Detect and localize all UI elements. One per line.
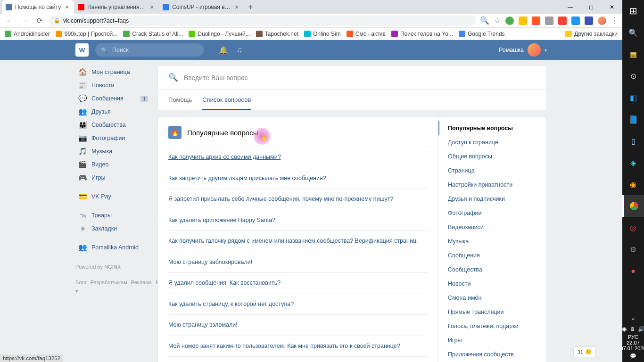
- star-icon[interactable]: ☆: [494, 16, 501, 25]
- task-app-1[interactable]: ▦: [622, 43, 644, 65]
- extension-icon[interactable]: [519, 16, 527, 25]
- music-icon[interactable]: ♫: [237, 46, 242, 55]
- menu-icon[interactable]: ⋮: [611, 16, 619, 25]
- bookmark-item[interactable]: Duolingo - Лучший...: [189, 31, 250, 37]
- sidebar-nav-item[interactable]: 👨‍👩‍👦Сообщества: [75, 118, 151, 132]
- category-item[interactable]: Друзья и подписчики: [438, 192, 546, 206]
- sidebar-nav-item[interactable]: 👥Pomallika Android: [75, 241, 151, 254]
- sidebar-nav-item[interactable]: 📷Фотографии: [75, 132, 151, 145]
- footer-link[interactable]: Реклама: [131, 280, 152, 285]
- tab-questions-list[interactable]: Список вопросов: [202, 90, 251, 110]
- category-item[interactable]: Игры: [438, 333, 546, 347]
- category-item[interactable]: Новости: [438, 277, 546, 291]
- question-link[interactable]: Как удалить приложение Happy Santa?: [168, 210, 428, 231]
- sidebar-nav-item[interactable]: 👥Друзья: [75, 105, 151, 118]
- category-item[interactable]: Музыка: [438, 234, 546, 248]
- category-item[interactable]: Общие вопросы: [438, 149, 546, 164]
- task-app-6[interactable]: ◈: [622, 152, 644, 173]
- extension-icon[interactable]: [571, 16, 580, 25]
- task-app-4[interactable]: 📘: [622, 108, 644, 130]
- close-button[interactable]: ✕: [602, 0, 622, 14]
- category-item[interactable]: Прямые трансляции: [438, 305, 546, 319]
- search-icon[interactable]: 🔍: [622, 22, 644, 43]
- vk-logo-icon[interactable]: w: [75, 43, 89, 57]
- browser-tab[interactable]: Панель управления каналом - ×: [74, 0, 159, 14]
- category-item[interactable]: Приложения сообществ: [438, 347, 546, 362]
- task-photoshop-icon[interactable]: ◧: [622, 87, 644, 108]
- task-chrome-icon[interactable]: [622, 195, 644, 217]
- new-tab-button[interactable]: +: [244, 0, 257, 14]
- reload-button[interactable]: ⟳: [34, 15, 45, 26]
- question-link[interactable]: Мою страницу взломали!: [168, 314, 428, 336]
- category-item[interactable]: Видеозаписи: [438, 220, 546, 234]
- bookmark-item[interactable]: Crack Status of All...: [123, 31, 183, 37]
- sidebar-nav-item[interactable]: 🛍Товары: [75, 209, 151, 222]
- tab-close-icon[interactable]: ×: [64, 4, 70, 10]
- sidebar-nav-item[interactable]: 💳VK Pay: [75, 190, 151, 203]
- system-date[interactable]: 07.01.2020: [620, 346, 644, 351]
- minimize-button[interactable]: —: [560, 0, 581, 14]
- tab-help[interactable]: Помощь: [168, 90, 192, 110]
- question-link[interactable]: Мой номер занят каким-то пользователем. …: [168, 336, 428, 357]
- question-link[interactable]: Как удалить страницу, к которой нет дост…: [168, 294, 428, 315]
- task-app-11[interactable]: ●: [622, 260, 644, 282]
- extension-icon[interactable]: [558, 16, 567, 25]
- question-link[interactable]: Я удалил сообщения. Как восстановить?: [168, 272, 428, 294]
- bookmark-item[interactable]: Tapochek.net: [256, 31, 298, 37]
- sidebar-nav-item[interactable]: 🎵Музыка: [75, 145, 151, 158]
- footer-link[interactable]: Разработчикам: [91, 280, 127, 285]
- bookmark-item[interactable]: Google Trends: [459, 31, 505, 37]
- question-link[interactable]: Как запретить другим людям присылать мне…: [168, 168, 428, 189]
- extension-icon[interactable]: [545, 16, 553, 25]
- system-language[interactable]: РУС: [628, 334, 638, 340]
- user-menu[interactable]: Ромашка ▾: [499, 43, 547, 57]
- category-item[interactable]: Доступ к странице: [438, 135, 546, 149]
- sidebar-nav-item[interactable]: 🎮Игры: [75, 171, 151, 184]
- question-link[interactable]: Что делать, если я забыл пароль?: [168, 356, 428, 362]
- bookmark-item[interactable]: Смс - актив: [347, 31, 386, 37]
- category-item[interactable]: Фотографии: [438, 206, 546, 220]
- bookmark-item[interactable]: Androidinsider: [5, 31, 50, 37]
- bookmark-item[interactable]: Поиск телов на Yo...: [391, 31, 453, 37]
- category-item[interactable]: Смена имён: [438, 291, 546, 305]
- question-link[interactable]: Как получить архив со своими данными?: [168, 147, 428, 168]
- task-app-9[interactable]: ◎: [622, 217, 644, 239]
- category-item[interactable]: Страница: [438, 164, 546, 178]
- category-item[interactable]: Настройки приватности: [438, 178, 546, 192]
- browser-tab[interactable]: CoinsUP - игровая валюта, пре ×: [159, 0, 244, 14]
- profile-avatar-icon[interactable]: [598, 16, 606, 25]
- tab-close-icon[interactable]: ×: [233, 4, 240, 10]
- category-item[interactable]: Сообщества: [438, 263, 546, 277]
- task-app-7[interactable]: ◉: [622, 173, 644, 195]
- url-input[interactable]: 🔒 vk.com/support?act=faqs: [49, 16, 476, 26]
- question-link[interactable]: Как получить галочку рядом с именем или …: [168, 230, 428, 252]
- other-bookmarks-button[interactable]: Другие закладки: [565, 31, 618, 37]
- task-app-5[interactable]: ▯: [622, 130, 644, 152]
- notifications-bell-icon[interactable]: 🔔: [219, 46, 228, 55]
- bookmark-item[interactable]: 990x.top | Простой...: [56, 31, 118, 37]
- notifications-icon[interactable]: 💬: [630, 353, 636, 359]
- system-time[interactable]: 22:07: [627, 340, 640, 346]
- sidebar-nav-item[interactable]: 🏠Моя страница: [75, 66, 151, 79]
- extension-icon[interactable]: [532, 16, 540, 25]
- question-link[interactable]: Мою страницу заблокировали!: [168, 252, 428, 273]
- maximize-button[interactable]: ◻: [581, 0, 602, 14]
- system-tray[interactable]: ⌃ ◉🖥🔊 РУС 22:07 07.01.2020 💬: [620, 317, 644, 362]
- footer-link[interactable]: Блог: [75, 280, 87, 285]
- vk-search-input[interactable]: 🔍 Поиск: [95, 43, 204, 57]
- category-item[interactable]: Голоса, платежи, подарки: [438, 319, 546, 333]
- category-item[interactable]: Сообщения: [438, 248, 546, 263]
- extension-icon[interactable]: [585, 16, 593, 25]
- sidebar-nav-item[interactable]: 🎬Видео: [75, 158, 151, 171]
- sidebar-nav-item[interactable]: ★Закладки: [75, 222, 151, 235]
- sidebar-nav-item[interactable]: 💬Сообщения1: [75, 92, 151, 105]
- zoom-icon[interactable]: 🔍: [480, 16, 489, 25]
- question-link[interactable]: Я запретил присылать себе личные сообщен…: [168, 189, 428, 210]
- task-app-10[interactable]: ⚙: [622, 239, 644, 260]
- task-app-2[interactable]: ⊙: [622, 65, 644, 87]
- faq-search-input[interactable]: [184, 74, 536, 82]
- category-item[interactable]: Популярные вопросы: [438, 121, 546, 135]
- tab-close-icon[interactable]: ×: [149, 4, 155, 10]
- windows-start-button[interactable]: ⊞: [622, 0, 644, 22]
- sidebar-nav-item[interactable]: 📰Новости: [75, 79, 151, 92]
